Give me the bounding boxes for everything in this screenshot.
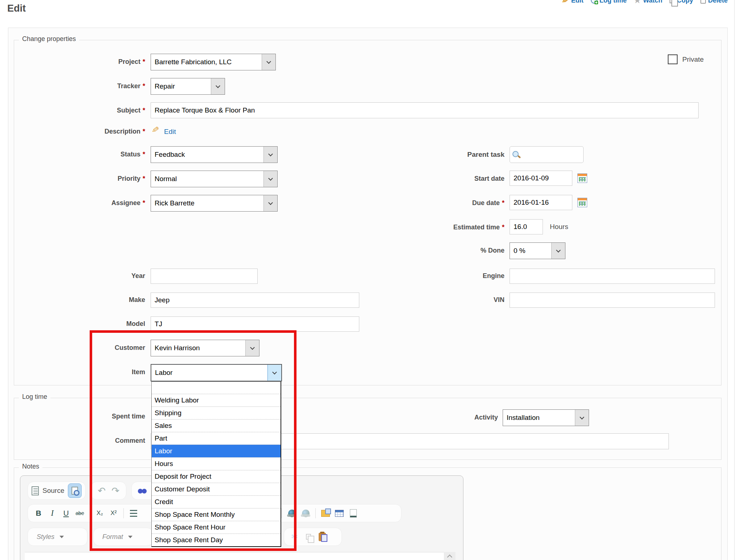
log-time-action-link[interactable]: Log time xyxy=(591,0,627,4)
link-icon xyxy=(288,510,296,517)
scroll-up-icon xyxy=(447,555,452,560)
private-checkbox[interactable] xyxy=(668,54,678,64)
copy-action-label: Copy xyxy=(677,0,693,4)
model-input[interactable] xyxy=(151,316,359,332)
horizontal-rule-button[interactable] xyxy=(346,506,360,520)
estimated-time-input[interactable] xyxy=(510,219,543,234)
undo-button[interactable] xyxy=(95,483,109,498)
project-select-arrow[interactable] xyxy=(262,54,275,70)
link-button[interactable] xyxy=(285,506,299,520)
page-scrollbar-track[interactable] xyxy=(734,0,740,560)
bold-button[interactable] xyxy=(32,506,45,520)
cut-button[interactable] xyxy=(288,530,302,544)
format-dropdown[interactable]: Format xyxy=(93,528,153,546)
log-time-legend: Log time xyxy=(19,393,50,401)
item-option[interactable]: Customer Deposit xyxy=(152,483,281,495)
item-option[interactable]: Welding Labor xyxy=(152,394,281,406)
edit-action-link[interactable]: Edit xyxy=(562,0,584,5)
item-option[interactable]: Hours xyxy=(152,457,281,470)
editor-scrollbar[interactable] xyxy=(444,552,455,560)
copy-action-link[interactable]: Copy xyxy=(670,0,693,4)
delete-action-link[interactable]: Delete xyxy=(700,0,728,4)
chevron-down-icon xyxy=(268,200,273,205)
assignee-select[interactable]: Rick Barrette xyxy=(151,195,278,212)
customer-select-arrow[interactable] xyxy=(245,340,259,356)
tracker-select-arrow[interactable] xyxy=(211,78,225,94)
vin-input[interactable] xyxy=(510,293,715,308)
percent-done-select-arrow[interactable] xyxy=(551,243,565,259)
search-icon xyxy=(512,151,519,157)
chevron-down-icon xyxy=(580,415,584,420)
assignee-select-arrow[interactable] xyxy=(263,195,277,211)
estimated-time-suffix: Hours xyxy=(550,223,593,231)
item-option[interactable]: Shipping xyxy=(152,406,281,419)
vin-label: VIN xyxy=(381,296,504,304)
item-option[interactable] xyxy=(152,382,281,394)
activity-select-arrow[interactable] xyxy=(575,410,589,426)
toolbar-separator xyxy=(123,508,124,518)
customer-select-value: Kevin Harrison xyxy=(151,340,245,356)
image-button[interactable] xyxy=(319,506,332,520)
styles-dropdown[interactable]: Styles xyxy=(28,528,87,546)
item-option[interactable]: Deposit for Project xyxy=(152,470,281,483)
item-option[interactable]: Shop Space Rent Hour xyxy=(152,521,281,534)
paste-button[interactable] xyxy=(315,530,329,544)
status-select[interactable]: Feedback xyxy=(151,146,278,163)
subject-input[interactable] xyxy=(151,102,699,118)
assignee-label: Assignee* xyxy=(22,199,145,207)
model-label: Model xyxy=(22,320,145,328)
status-select-value: Feedback xyxy=(151,147,263,163)
status-select-arrow[interactable] xyxy=(263,147,277,163)
item-option[interactable]: Shop Space Rent Monthly xyxy=(152,508,281,521)
calendar-icon[interactable] xyxy=(577,173,587,183)
chevron-down-icon xyxy=(268,176,273,181)
priority-select-arrow[interactable] xyxy=(263,171,277,187)
binoculars-icon xyxy=(138,488,147,494)
year-input[interactable] xyxy=(151,269,258,284)
description-edit-link[interactable]: Edit xyxy=(164,128,176,136)
customer-select[interactable]: Kevin Harrison xyxy=(151,340,259,356)
tracker-select[interactable]: Repair xyxy=(151,78,225,95)
subscript-button[interactable] xyxy=(93,506,107,520)
percent-done-select[interactable]: 0 % xyxy=(510,242,565,259)
due-date-input[interactable] xyxy=(510,195,572,210)
numbered-list-button[interactable] xyxy=(127,506,140,520)
percent-done-label: % Done xyxy=(381,247,504,254)
numbered-list-icon xyxy=(130,510,137,517)
notes-editor-content[interactable] xyxy=(25,552,444,560)
underline-button[interactable] xyxy=(59,506,73,520)
issue-edit-page: Edit Log time Watch Copy Delete Edit Cha… xyxy=(0,0,740,560)
redo-button[interactable] xyxy=(109,483,122,498)
project-select[interactable]: Barrette Fabrication, LLC xyxy=(151,54,276,70)
item-option[interactable]: Labor xyxy=(152,445,281,457)
item-option[interactable]: Shop Space Rent Day xyxy=(152,534,281,546)
unlink-button[interactable] xyxy=(299,506,312,520)
italic-button[interactable] xyxy=(45,506,59,520)
watch-action-link[interactable]: Watch xyxy=(634,0,662,5)
priority-select[interactable]: Normal xyxy=(151,171,278,187)
table-button[interactable] xyxy=(332,506,346,520)
item-option[interactable]: Credit xyxy=(152,495,281,508)
activity-select[interactable]: Installation xyxy=(503,409,589,426)
superscript-button[interactable] xyxy=(107,506,120,520)
item-option[interactable]: Part xyxy=(152,432,281,445)
project-label: Project* xyxy=(22,58,145,66)
strikethrough-button[interactable] xyxy=(73,506,87,520)
start-date-input[interactable] xyxy=(510,171,572,186)
item-option[interactable]: Sales xyxy=(152,419,281,432)
engine-input[interactable] xyxy=(510,269,715,284)
project-select-value: Barrette Fabrication, LLC xyxy=(151,54,262,70)
source-button[interactable]: Source xyxy=(42,487,64,495)
comment-label: Comment xyxy=(22,437,145,445)
find-button[interactable] xyxy=(135,483,149,498)
preview-button[interactable] xyxy=(68,483,82,498)
parent-task-input[interactable] xyxy=(510,146,584,163)
calendar-icon[interactable] xyxy=(577,198,587,207)
item-select[interactable]: Labor xyxy=(151,364,282,381)
copy-button[interactable] xyxy=(302,530,315,544)
item-select-arrow[interactable] xyxy=(267,365,281,381)
make-input[interactable] xyxy=(151,293,359,308)
log-time-action-label: Log time xyxy=(600,0,627,4)
chevron-down-icon xyxy=(272,370,277,375)
watch-action-label: Watch xyxy=(643,0,662,4)
